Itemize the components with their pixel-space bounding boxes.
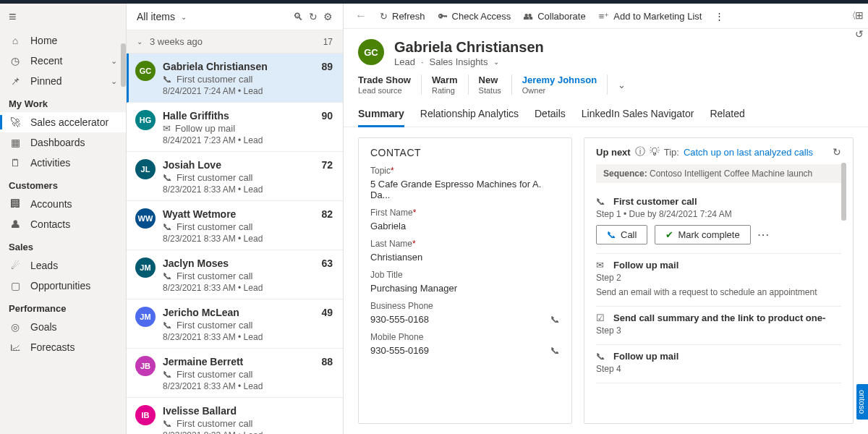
step-sub: Step 3 bbox=[596, 326, 841, 336]
nav-label: Contacts bbox=[30, 218, 70, 230]
contact-field[interactable]: Job Title Purchasing Manager bbox=[370, 270, 560, 294]
tip-label: Tip: bbox=[664, 147, 679, 158]
search-icon[interactable]: 🔍︎ bbox=[293, 11, 303, 22]
settings-icon[interactable]: ⚙︎ bbox=[323, 11, 333, 22]
sequence-step: 📞︎Follow up mail Step 4 bbox=[596, 345, 841, 383]
nav-label: Goals bbox=[30, 321, 57, 333]
key-icon: 🔑︎ bbox=[438, 11, 448, 22]
nav-recent[interactable]: ◷Recent⌄ bbox=[0, 51, 126, 71]
item-name: Jaclyn Moses bbox=[163, 258, 229, 269]
list-item[interactable]: GC Gabriela Christiansen89 📞︎First custo… bbox=[127, 54, 343, 103]
tab-summary[interactable]: Summary bbox=[358, 102, 404, 127]
clipboard-icon: 🗒︎ bbox=[9, 157, 22, 169]
contact-card: CONTACT Topic* 5 Cafe Grande Espresso Ma… bbox=[358, 137, 572, 424]
phone-icon[interactable]: 📞︎ bbox=[550, 345, 560, 356]
nav-label: Opportunities bbox=[30, 280, 90, 292]
add-to-marketing-list-button[interactable]: ≡⁺Add to Marketing List bbox=[599, 11, 702, 22]
tip-link[interactable]: Catch up on last analyzed calls bbox=[684, 147, 813, 158]
mark-complete-button[interactable]: ✔︎Mark complete bbox=[655, 225, 750, 244]
contact-field[interactable]: Mobile Phone 930-555-0169📞︎ bbox=[370, 332, 560, 356]
nav-contacts[interactable]: 👤︎Contacts bbox=[0, 214, 126, 234]
list-item[interactable]: JL Josiah Love72 📞︎First customer call 8… bbox=[127, 152, 343, 201]
item-meta: 8/24/2021 7:23 AM • Lead bbox=[163, 135, 333, 145]
form-selector[interactable]: Sales Insights bbox=[430, 56, 488, 67]
list-item[interactable]: WW Wyatt Wetmore82 📞︎First customer call… bbox=[127, 201, 343, 250]
refresh-icon[interactable]: ↻ bbox=[309, 11, 318, 22]
chevron-down-icon[interactable]: ⌄ bbox=[181, 13, 187, 21]
step-sub: Step 2 bbox=[596, 273, 841, 283]
chevron-down-icon[interactable]: ⌄ bbox=[493, 58, 499, 66]
nav-leads[interactable]: ☄︎Leads bbox=[0, 255, 126, 276]
list-item[interactable]: JB Jermaine Berrett88 📞︎First customer c… bbox=[127, 349, 343, 398]
chart-icon: 📈︎ bbox=[9, 341, 22, 353]
list-item[interactable]: IB Ivelisse Ballard 📞︎First customer cal… bbox=[127, 398, 343, 434]
list-title[interactable]: All items bbox=[137, 11, 175, 22]
history-icon[interactable]: ↺ bbox=[855, 28, 864, 40]
list-item[interactable]: JM Jericho McLean49 📞︎First customer cal… bbox=[127, 299, 343, 349]
phone-icon[interactable]: 📞︎ bbox=[550, 314, 560, 325]
step-title: Follow up mail bbox=[613, 260, 678, 271]
scrollbar-thumb[interactable] bbox=[121, 43, 126, 87]
meta-label: Owner bbox=[522, 86, 597, 95]
section-sales: Sales bbox=[0, 234, 126, 255]
contact-field[interactable]: Last Name* Christiansen bbox=[370, 239, 560, 263]
hamburger-icon[interactable]: ≡ bbox=[0, 4, 126, 30]
avatar: IB bbox=[135, 405, 156, 425]
tab-related[interactable]: Related bbox=[710, 102, 744, 127]
pin-icon: 📌︎ bbox=[9, 75, 22, 87]
tab-linkedin-sales-navigator[interactable]: LinkedIn Sales Navigator bbox=[582, 102, 694, 127]
scrollbar-thumb[interactable] bbox=[841, 163, 846, 221]
phone-icon: 📞︎ bbox=[596, 196, 608, 207]
overflow-icon[interactable]: ⋮ bbox=[715, 11, 724, 22]
phone-icon: 📞︎ bbox=[163, 320, 172, 331]
nav-label: Activities bbox=[30, 157, 70, 169]
nav-label: Recent bbox=[30, 55, 62, 67]
chevron-down-icon[interactable]: ⌄ bbox=[618, 80, 626, 90]
back-button[interactable]: ← bbox=[355, 9, 367, 22]
nav-goals[interactable]: ◎Goals bbox=[0, 317, 126, 337]
upnext-title: Up next bbox=[596, 147, 631, 158]
refresh-button[interactable]: ↻Refresh bbox=[380, 11, 425, 22]
more-icon[interactable]: ··· bbox=[758, 229, 770, 240]
item-score: 90 bbox=[321, 110, 333, 122]
nav-opportunities[interactable]: ▢Opportunities bbox=[0, 276, 126, 296]
person-icon: 👤︎ bbox=[9, 218, 22, 230]
list-group-header[interactable]: ⌄ 3 weeks ago 17 bbox=[127, 30, 343, 54]
contact-field[interactable]: First Name* Gabriela bbox=[370, 208, 560, 231]
item-name: Gabriela Christiansen bbox=[163, 61, 268, 72]
record-tabs: SummaryRelationship AnalyticsDetailsLink… bbox=[344, 102, 868, 127]
nav-sales-accelerator[interactable]: 🚀︎Sales accelerator bbox=[0, 112, 126, 132]
mail-icon: ✉︎ bbox=[163, 123, 171, 134]
contact-heading: CONTACT bbox=[370, 147, 560, 158]
info-icon[interactable]: ⓘ bbox=[635, 145, 645, 158]
meta-cell: Trade ShowLead source bbox=[358, 75, 422, 95]
nav-activities[interactable]: 🗒︎Activities bbox=[0, 153, 126, 173]
nav-home[interactable]: ⌂Home bbox=[0, 30, 126, 51]
list-item[interactable]: JM Jaclyn Moses63 📞︎First customer call … bbox=[127, 250, 343, 299]
assistant-tab[interactable]: ontoso bbox=[856, 384, 868, 420]
contact-field[interactable]: Topic* 5 Cafe Grande Espresso Machines f… bbox=[370, 166, 560, 200]
expand-icon[interactable]: ⊞ bbox=[855, 9, 864, 21]
meta-cell[interactable]: Jeremy JohnsonOwner bbox=[512, 75, 608, 95]
meta-label: Lead source bbox=[358, 86, 411, 95]
item-name: Ivelisse Ballard bbox=[163, 405, 237, 417]
item-name: Halle Griffiths bbox=[163, 110, 229, 122]
nav-dashboards[interactable]: ▦Dashboards bbox=[0, 132, 126, 153]
item-meta: 8/24/2021 7:24 AM • Lead bbox=[163, 86, 333, 96]
field-label: Business Phone bbox=[370, 301, 560, 311]
tab-relationship-analytics[interactable]: Relationship Analytics bbox=[420, 102, 519, 127]
tab-details[interactable]: Details bbox=[535, 102, 566, 127]
call-button[interactable]: 📞︎Call bbox=[596, 225, 647, 244]
nav-accounts[interactable]: 🏢︎Accounts bbox=[0, 194, 126, 214]
meta-cell: NewStatus bbox=[469, 75, 512, 95]
section-customers: Customers bbox=[0, 173, 126, 194]
nav-pinned[interactable]: 📌︎Pinned⌄ bbox=[0, 71, 126, 91]
check-access-button[interactable]: 🔑︎Check Access bbox=[438, 11, 511, 22]
check-icon: ☑︎ bbox=[596, 312, 608, 323]
list-item[interactable]: HG Halle Griffiths90 ✉︎Follow up mail 8/… bbox=[127, 103, 343, 152]
refresh-icon[interactable]: ↻ bbox=[833, 146, 841, 158]
contact-field[interactable]: Business Phone 930-555-0168📞︎ bbox=[370, 301, 560, 325]
nav-forecasts[interactable]: 📈︎Forecasts bbox=[0, 337, 126, 357]
collaborate-button[interactable]: 👥︎Collaborate bbox=[524, 11, 586, 22]
record-type: Lead bbox=[394, 56, 415, 67]
